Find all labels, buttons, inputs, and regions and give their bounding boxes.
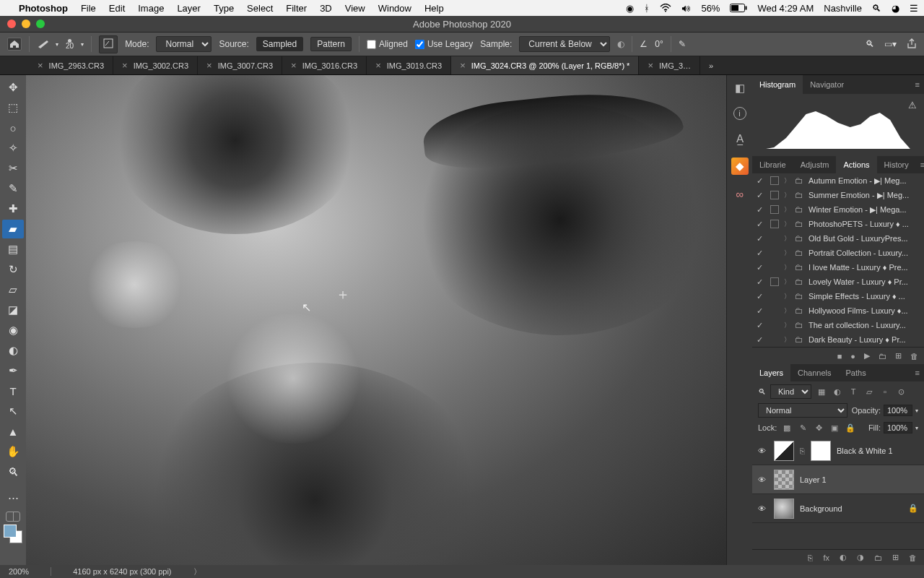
lock-transparency-icon[interactable]: ▩: [781, 422, 793, 434]
filter-shape-icon[interactable]: ▱: [863, 386, 875, 397]
bluetooth-icon[interactable]: ᚼ: [644, 3, 650, 14]
action-checked-icon[interactable]: ✓: [757, 249, 765, 258]
layer-name[interactable]: Layer 1: [800, 475, 827, 484]
close-tab-icon[interactable]: ×: [206, 60, 212, 71]
filter-toggle[interactable]: ⊙: [895, 386, 907, 397]
sample-select[interactable]: Current & Below: [519, 36, 610, 52]
trash-icon[interactable]: 🗑: [909, 553, 917, 562]
new-set-icon[interactable]: 🗀: [879, 352, 886, 361]
action-checked-icon[interactable]: ✓: [757, 220, 765, 229]
layer-row[interactable]: 👁 ⎘ Black & White 1: [752, 436, 924, 465]
search-icon[interactable]: 🔍︎: [866, 39, 874, 49]
move-tool[interactable]: ✥: [2, 78, 24, 97]
info-icon[interactable]: i: [733, 107, 746, 120]
zoom-level[interactable]: 200%: [9, 567, 29, 576]
source-sampled[interactable]: Sampled: [256, 37, 303, 51]
new-layer-icon[interactable]: ⊞: [892, 553, 899, 562]
lock-pixels-icon[interactable]: ✎: [797, 422, 808, 434]
filter-adjust-icon[interactable]: ◐: [832, 386, 843, 397]
action-checked-icon[interactable]: ✓: [757, 191, 765, 200]
healing-brush-tool[interactable]: ✚: [2, 199, 24, 218]
disclosure-icon[interactable]: 〉: [784, 321, 790, 330]
swatches-icon[interactable]: ∞: [731, 185, 749, 202]
ignore-adjust-icon[interactable]: ◐: [617, 39, 624, 49]
document-dimensions[interactable]: 4160 px x 6240 px (300 ppi): [73, 567, 171, 576]
pressure-icon[interactable]: ✎: [679, 39, 686, 49]
panel-menu-icon[interactable]: ≡: [916, 156, 924, 173]
disclosure-icon[interactable]: 〉: [784, 335, 790, 345]
disclosure-icon[interactable]: 〉: [784, 191, 790, 200]
menu-type[interactable]: Type: [214, 3, 234, 14]
action-checked-icon[interactable]: ✓: [757, 335, 765, 345]
menu-image[interactable]: Image: [138, 3, 164, 14]
action-dialog-toggle[interactable]: [770, 191, 779, 199]
trash-icon[interactable]: 🗑: [910, 352, 918, 361]
tab-histogram[interactable]: Histogram: [752, 75, 803, 94]
battery-icon[interactable]: [730, 4, 747, 12]
crop-tool[interactable]: ✂: [2, 159, 24, 178]
menu-filter[interactable]: Filter: [286, 3, 307, 14]
fx-icon[interactable]: fx: [823, 553, 829, 562]
screen-mode[interactable]: [6, 512, 20, 522]
eraser-tool[interactable]: ▱: [2, 280, 24, 299]
mask-icon[interactable]: ◐: [840, 553, 847, 562]
lock-position-icon[interactable]: ✥: [813, 422, 824, 434]
menu-edit[interactable]: Edit: [109, 3, 125, 14]
menu-view[interactable]: View: [345, 3, 365, 14]
eyedropper-tool[interactable]: ✎: [2, 179, 24, 198]
opacity-input[interactable]: [884, 405, 912, 416]
filter-smart-icon[interactable]: ▫: [879, 386, 891, 397]
lock-all-icon[interactable]: 🔒: [845, 422, 856, 434]
action-checked-icon[interactable]: ✓: [757, 205, 765, 215]
wifi-icon[interactable]: [660, 4, 671, 12]
pen-tool[interactable]: ✒: [2, 361, 24, 380]
layer-row[interactable]: 👁 Background 🔒: [752, 494, 924, 523]
action-row[interactable]: ✓〉🗀Old But Gold - LuxuryPres...: [752, 231, 924, 246]
doc-tab[interactable]: ×IMG_3016.CR3: [282, 56, 367, 74]
action-checked-icon[interactable]: ✓: [757, 277, 765, 287]
close-tab-icon[interactable]: ×: [648, 60, 653, 71]
share-icon[interactable]: [907, 38, 917, 51]
action-row[interactable]: ✓〉🗀Dark Beauty - Luxury ♦ Pr...: [752, 332, 924, 347]
lock-artboard-icon[interactable]: ▣: [829, 422, 840, 434]
menu-file[interactable]: File: [81, 3, 96, 14]
marquee-tool[interactable]: ⬚: [2, 98, 24, 117]
layer-thumb[interactable]: [774, 441, 794, 461]
clone-stamp-tool[interactable]: ▤: [2, 240, 24, 259]
menu-select[interactable]: Select: [247, 3, 273, 14]
tab-history[interactable]: History: [877, 156, 916, 173]
disclosure-icon[interactable]: 〉: [784, 234, 790, 243]
close-tab-icon[interactable]: ×: [460, 60, 466, 71]
gradient-tool[interactable]: ◪: [2, 301, 24, 319]
tab-libraries[interactable]: Librarie: [752, 156, 793, 173]
action-row[interactable]: ✓〉🗀Lovely Water - Luxury ♦ Pr...: [752, 275, 924, 289]
source-pattern[interactable]: Pattern: [310, 37, 352, 51]
properties-icon[interactable]: ◧: [731, 79, 749, 97]
dodge-tool[interactable]: ◐: [2, 341, 24, 360]
hand-tool[interactable]: ✋: [2, 442, 24, 461]
disclosure-icon[interactable]: 〉: [784, 176, 790, 186]
layer-filter-select[interactable]: Kind: [770, 384, 811, 399]
action-checked-icon[interactable]: ✓: [757, 263, 765, 272]
action-dialog-toggle[interactable]: [770, 176, 779, 185]
use-legacy-checkbox[interactable]: Use Legacy: [415, 39, 473, 49]
play-icon[interactable]: ▶: [864, 351, 870, 361]
layer-thumb[interactable]: [774, 499, 794, 519]
disclosure-icon[interactable]: 〉: [784, 277, 790, 287]
action-row[interactable]: ✓〉🗀PhotoshoPETS - Luxury ♦ ...: [752, 217, 924, 231]
brush-preset-picker[interactable]: ▾: [37, 38, 58, 50]
visibility-icon[interactable]: 👁: [758, 475, 768, 484]
close-tab-icon[interactable]: ×: [375, 60, 381, 71]
action-dialog-toggle[interactable]: [770, 220, 779, 228]
mask-thumb[interactable]: [811, 441, 831, 461]
fill-input[interactable]: [884, 422, 912, 434]
edit-toolbar[interactable]: ⋯: [2, 488, 24, 507]
adjustment-icon[interactable]: ◑: [857, 553, 864, 562]
tab-channels[interactable]: Channels: [790, 364, 838, 381]
doc-tab-active[interactable]: ×IMG_3024.CR3 @ 200% (Layer 1, RGB/8*) *: [451, 56, 639, 74]
group-icon[interactable]: 🗀: [874, 553, 882, 562]
character-icon[interactable]: A̲: [731, 130, 749, 147]
angle-value[interactable]: 0°: [655, 39, 663, 49]
action-row[interactable]: ✓〉🗀Autumn Emotion - ▶| Meg...: [752, 173, 924, 188]
action-checked-icon[interactable]: ✓: [757, 234, 765, 243]
